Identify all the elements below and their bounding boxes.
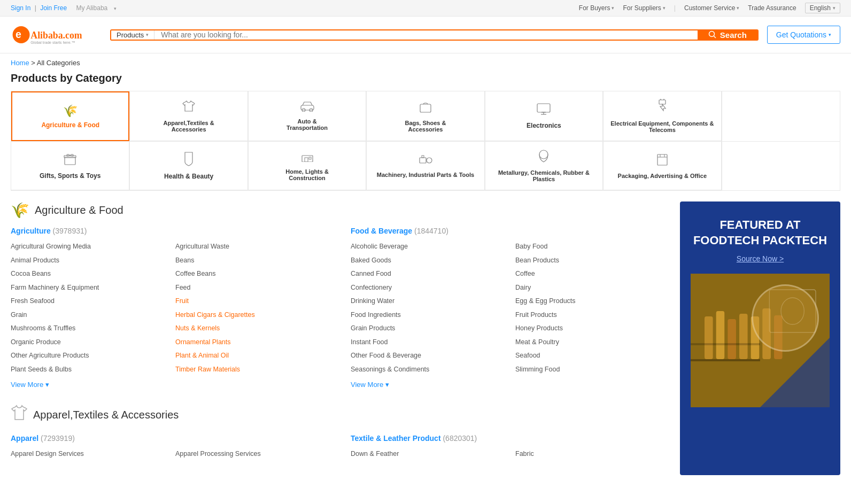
list-item[interactable]: Timber Raw Materials bbox=[175, 363, 329, 376]
list-item[interactable]: Grain bbox=[11, 309, 165, 321]
tab-apparel[interactable]: Apparel,Textiles &Accessories bbox=[129, 91, 247, 141]
list-item[interactable]: Apparel Design Services bbox=[11, 448, 165, 460]
list-item[interactable]: Nuts & Kernels bbox=[175, 322, 329, 335]
tab-home[interactable]: Home, Lights &Construction bbox=[248, 142, 366, 190]
list-item[interactable]: Other Food & Beverage bbox=[351, 350, 505, 362]
list-item[interactable]: Slimming Food bbox=[515, 363, 669, 376]
list-item[interactable]: Bean Products bbox=[515, 254, 669, 267]
list-item[interactable]: Plant & Animal Oil bbox=[175, 350, 329, 362]
list-item[interactable]: Baby Food bbox=[515, 241, 669, 253]
list-item[interactable]: Farm Machinery & Equipment bbox=[11, 282, 165, 294]
food-view-more[interactable]: View More ▾ bbox=[351, 381, 389, 389]
join-free-link[interactable]: Join Free bbox=[40, 4, 67, 12]
list-item[interactable]: Cocoa Beans bbox=[11, 268, 165, 280]
tab-metallurgy[interactable]: Metallurgy, Chemicals, Rubber & Plastics bbox=[485, 142, 603, 190]
language-selector[interactable]: English ▾ bbox=[805, 3, 840, 13]
search-input[interactable] bbox=[154, 30, 697, 40]
list-item[interactable]: Food Ingredients bbox=[351, 309, 505, 321]
home-icon bbox=[300, 150, 314, 165]
customer-service-link[interactable]: Customer Service ▾ bbox=[684, 4, 739, 12]
list-item[interactable]: Other Agriculture Products bbox=[11, 350, 165, 362]
svg-rect-17 bbox=[65, 157, 75, 165]
category-tabs-row1: 🌾 Agriculture & Food Apparel,Textiles &A… bbox=[11, 91, 840, 142]
breadcrumb-separator: > bbox=[31, 59, 37, 67]
list-item[interactable]: Fabric bbox=[515, 448, 669, 460]
main-content: 🌾 Agriculture & Food Agriculture (397893… bbox=[0, 191, 851, 486]
trade-assurance-link[interactable]: Trade Assurance bbox=[748, 4, 796, 12]
search-icon bbox=[708, 30, 717, 39]
list-item[interactable]: Confectionery bbox=[351, 282, 505, 294]
section-agriculture-header: 🌾 Agriculture & Food bbox=[11, 201, 669, 219]
svg-rect-22 bbox=[420, 158, 426, 163]
list-item[interactable]: Baked Goods bbox=[351, 254, 505, 267]
list-item[interactable]: Fruit bbox=[175, 295, 329, 307]
tab-agriculture-label: Agriculture & Food bbox=[41, 121, 99, 129]
list-item[interactable]: Honey Products bbox=[515, 322, 669, 335]
list-item[interactable]: Apparel Processing Services bbox=[175, 448, 329, 460]
list-item[interactable]: Canned Food bbox=[351, 268, 505, 280]
tab-agriculture[interactable]: 🌾 Agriculture & Food bbox=[11, 91, 129, 141]
svg-rect-38 bbox=[774, 315, 783, 359]
tab-machinery[interactable]: Machinery, Industrial Parts & Tools bbox=[366, 142, 484, 190]
list-item[interactable]: Seafood bbox=[515, 350, 669, 362]
apparel-link[interactable]: Apparel bbox=[11, 434, 38, 443]
apparel-icon bbox=[182, 99, 196, 117]
my-alibaba-link[interactable]: My Alibaba ▾ bbox=[74, 4, 119, 12]
list-item[interactable]: Fresh Seafood bbox=[11, 295, 165, 307]
top-bar-right: For Buyers ▾ For Suppliers ▾ | Customer … bbox=[579, 3, 840, 13]
list-item[interactable]: Organic Produce bbox=[11, 336, 165, 348]
list-item[interactable]: Agricultural Waste bbox=[175, 241, 329, 253]
food-link[interactable]: Food & Beverage bbox=[351, 227, 412, 235]
agriculture-link[interactable]: Agriculture bbox=[11, 227, 51, 235]
tab-electrical[interactable]: Electrical Equipment, Components & Telec… bbox=[603, 91, 721, 141]
list-item[interactable]: Feed bbox=[175, 282, 329, 294]
list-item[interactable]: Mushrooms & Truffles bbox=[11, 322, 165, 335]
logo[interactable]: e Alibaba.com Global trade starts here.™ bbox=[11, 23, 96, 46]
section-apparel-header: Apparel,Textiles & Accessories bbox=[11, 404, 669, 427]
list-item[interactable]: Drinking Water bbox=[351, 295, 505, 307]
list-item[interactable]: Dairy bbox=[515, 282, 669, 294]
tab-health[interactable]: Health & Beauty bbox=[129, 142, 247, 190]
tab-auto[interactable]: Auto &Transportation bbox=[248, 91, 366, 141]
tab-electronics[interactable]: Electronics bbox=[485, 91, 603, 141]
ad-cta[interactable]: Source Now > bbox=[737, 254, 784, 263]
list-item[interactable]: Down & Feather bbox=[351, 448, 505, 460]
home-link[interactable]: Home bbox=[11, 59, 29, 67]
list-item[interactable]: Fruit Products bbox=[515, 309, 669, 321]
list-item[interactable]: Plant Seeds & Bulbs bbox=[11, 363, 165, 376]
tab-packaging[interactable]: Packaging, Advertising & Office bbox=[603, 142, 721, 190]
agriculture-subsection: Agriculture (3978931) Agricultural Growi… bbox=[11, 227, 329, 389]
list-item[interactable]: Agricultural Growing Media bbox=[11, 241, 165, 253]
apparel-section: Apparel,Textiles & Accessories Apparel (… bbox=[11, 404, 669, 460]
tab-home-label: Home, Lights &Construction bbox=[285, 168, 329, 181]
list-item[interactable]: Instant Food bbox=[351, 336, 505, 348]
for-suppliers-link[interactable]: For Suppliers ▾ bbox=[623, 4, 665, 12]
list-item[interactable]: Ornamental Plants bbox=[175, 336, 329, 348]
apparel-subsection: Apparel (7293919) Apparel Design Service… bbox=[11, 434, 329, 460]
tab-bags[interactable]: Bags, Shoes &Accessories bbox=[366, 91, 484, 141]
tab-packaging-label: Packaging, Advertising & Office bbox=[618, 173, 707, 179]
list-item[interactable]: Coffee Beans bbox=[175, 268, 329, 280]
list-item[interactable]: Egg & Egg Products bbox=[515, 295, 669, 307]
list-item[interactable]: Herbal Cigars & Cigarettes bbox=[175, 309, 329, 321]
for-buyers-link[interactable]: For Buyers ▾ bbox=[579, 4, 615, 12]
svg-rect-35 bbox=[739, 314, 748, 359]
list-item[interactable]: Beans bbox=[175, 254, 329, 267]
list-item[interactable]: Alcoholic Beverage bbox=[351, 241, 505, 253]
list-item[interactable]: Animal Products bbox=[11, 254, 165, 267]
tab-gifts[interactable]: Gifts, Sports & Toys bbox=[11, 142, 129, 190]
agriculture-view-more[interactable]: View More ▾ bbox=[11, 381, 49, 389]
list-item[interactable]: Meat & Poultry bbox=[515, 336, 669, 348]
food-count: (1844710) bbox=[414, 227, 448, 235]
electrical-icon bbox=[656, 99, 669, 117]
get-quotations-button[interactable]: Get Quotations ▾ bbox=[767, 26, 840, 44]
search-button[interactable]: Search bbox=[698, 30, 757, 40]
list-item[interactable]: Seasonings & Condiments bbox=[351, 363, 505, 376]
food-items: Alcoholic Beverage Baby Food Baked Goods… bbox=[351, 241, 669, 375]
machinery-icon bbox=[419, 153, 432, 168]
list-item[interactable]: Coffee bbox=[515, 268, 669, 280]
search-category-dropdown[interactable]: Products ▾ bbox=[111, 30, 154, 40]
textile-link[interactable]: Textile & Leather Product bbox=[351, 434, 441, 443]
sign-in-link[interactable]: Sign In bbox=[11, 4, 30, 12]
list-item[interactable]: Grain Products bbox=[351, 322, 505, 335]
